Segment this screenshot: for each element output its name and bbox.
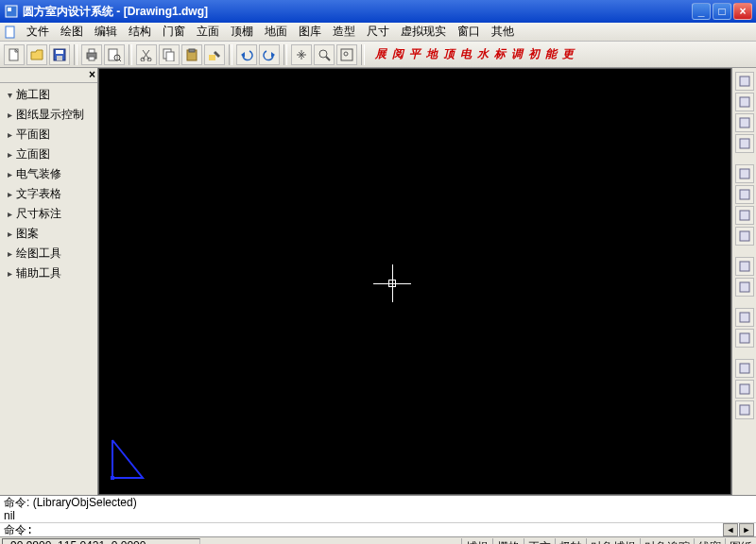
menu-dimension[interactable]: 尺寸 [361, 23, 395, 41]
red-tab-4[interactable]: 顶 [440, 46, 457, 62]
menu-floor[interactable]: 地面 [259, 23, 293, 41]
status-toggle-1[interactable]: 栅格 [492, 538, 524, 545]
pan-icon[interactable] [291, 44, 312, 65]
scroll-right-button[interactable]: ► [739, 523, 754, 536]
dim-aligned-icon[interactable] [735, 278, 754, 297]
menu-edit[interactable]: 编辑 [89, 23, 123, 41]
red-tab-9[interactable]: 初 [525, 46, 542, 62]
svg-point-30 [344, 52, 348, 56]
menu-draw[interactable]: 绘图 [55, 23, 89, 41]
save-file-icon[interactable] [49, 44, 70, 65]
menu-vr[interactable]: 虚拟现实 [395, 23, 452, 41]
drawing-canvas[interactable] [98, 68, 731, 495]
tree-item-1[interactable]: 图纸显示控制 [4, 105, 94, 125]
status-toggle-5[interactable]: 对象追踪 [640, 538, 694, 545]
copy-icon[interactable] [159, 44, 180, 65]
menu-library[interactable]: 图库 [293, 23, 327, 41]
titlebar: 圆方室内设计系统 - [Drawing1.dwg] _ □ × [0, 0, 756, 23]
zoom-previous-icon[interactable] [735, 329, 754, 348]
tree-item-8[interactable]: 绘图工具 [4, 244, 94, 264]
app-icon [4, 4, 19, 19]
menu-elevation[interactable]: 立面 [191, 23, 225, 41]
red-tab-6[interactable]: 水 [474, 46, 491, 62]
svg-rect-22 [189, 49, 195, 52]
paste-icon[interactable] [181, 44, 202, 65]
menu-structure[interactable]: 结构 [123, 23, 157, 41]
status-toggle-7[interactable]: 图纸 [725, 538, 756, 545]
tree-item-0[interactable]: 施工图 [4, 85, 94, 105]
command-input[interactable] [33, 523, 718, 536]
minimize-button[interactable]: _ [692, 3, 711, 20]
command-input-row: 命令: ◄ ► [0, 522, 756, 536]
tree-item-3[interactable]: 立面图 [4, 144, 94, 164]
svg-rect-38 [740, 211, 749, 220]
side-panel-close-icon[interactable]: × [89, 68, 95, 82]
scroll-left-button[interactable]: ◄ [723, 523, 738, 536]
redo-icon[interactable] [259, 44, 280, 65]
command-history: 命令: (LibraryObjSelected) nil [0, 496, 756, 522]
red-tab-5[interactable]: 电 [457, 46, 474, 62]
svg-rect-10 [89, 49, 94, 53]
pan-realtime-icon[interactable] [735, 308, 754, 327]
zoom-icon[interactable] [314, 44, 335, 65]
red-tab-7[interactable]: 标 [491, 46, 508, 62]
status-toggle-3[interactable]: 极轴 [555, 538, 586, 545]
status-toggle-4[interactable]: 对象捕捉 [586, 538, 640, 545]
menu-file[interactable]: 文件 [21, 23, 55, 41]
svg-rect-11 [89, 57, 94, 60]
menu-doorwindow[interactable]: 门窗 [157, 23, 191, 41]
zoom-extents-icon[interactable] [336, 44, 357, 65]
menu-window[interactable]: 窗口 [452, 23, 486, 41]
print-preview-icon[interactable] [104, 44, 125, 65]
color-icon[interactable] [735, 93, 754, 111]
svg-rect-34 [740, 118, 749, 128]
statusbar: 90.9800, 115.0421, 0.0000 捕捉栅格正交极轴对象捕捉对象… [0, 536, 756, 544]
undo-icon[interactable] [236, 44, 257, 65]
zoom-realtime-icon[interactable] [735, 227, 754, 246]
tree-item-6[interactable]: 尺寸标注 [4, 204, 94, 224]
tree-item-7[interactable]: 图案 [4, 224, 94, 244]
tree-item-9[interactable]: 辅助工具 [4, 264, 94, 283]
match-prop-icon[interactable] [204, 44, 225, 65]
svg-rect-42 [740, 313, 749, 322]
svg-rect-33 [740, 97, 749, 107]
menu-shape[interactable]: 造型 [327, 23, 361, 41]
red-tab-10[interactable]: 能 [542, 46, 559, 62]
menu-other[interactable]: 其他 [486, 23, 520, 41]
red-tab-1[interactable]: 阅 [389, 46, 406, 62]
status-toggle-6[interactable]: 线宽 [694, 538, 725, 545]
lineweight-icon[interactable] [735, 134, 754, 153]
print-icon[interactable] [81, 44, 102, 65]
red-tab-11[interactable]: 更 [559, 46, 576, 62]
tree-item-5[interactable]: 文字表格 [4, 184, 94, 204]
red-tab-0[interactable]: 展 [372, 46, 389, 62]
side-tree: 施工图图纸显示控制平面图立面图电气装修文字表格尺寸标注图案绘图工具辅助工具 [0, 83, 97, 285]
tree-item-4[interactable]: 电气装修 [4, 164, 94, 184]
zoom-in-icon[interactable] [735, 164, 754, 183]
red-tab-3[interactable]: 地 [423, 46, 440, 62]
cut-icon[interactable] [136, 44, 157, 65]
svg-rect-36 [740, 169, 749, 178]
svg-point-27 [319, 50, 327, 58]
close-button[interactable]: × [733, 3, 752, 20]
tree-item-2[interactable]: 平面图 [4, 125, 94, 144]
new-file-icon[interactable] [4, 44, 25, 65]
open-file-icon[interactable] [26, 44, 47, 65]
status-toggle-0[interactable]: 捕捉 [461, 538, 492, 545]
side-panel-header: × [0, 68, 97, 83]
red-tab-8[interactable]: 调 [508, 46, 525, 62]
menu-ceiling[interactable]: 顶棚 [225, 23, 259, 41]
maximize-button[interactable]: □ [713, 3, 731, 20]
linetype-icon[interactable] [735, 113, 754, 132]
dim-linear-icon[interactable] [735, 257, 754, 276]
status-toggle-2[interactable]: 正交 [524, 538, 555, 545]
layer-icon[interactable] [735, 72, 754, 91]
red-tab-2[interactable]: 平 [406, 46, 423, 62]
zoom-out-icon[interactable] [735, 185, 754, 204]
window-buttons: _ □ × [692, 3, 752, 20]
properties-icon[interactable] [735, 400, 754, 419]
match-icon[interactable] [735, 380, 754, 399]
arc-icon[interactable] [735, 359, 754, 378]
menubar: 文件 绘图 编辑 结构 门窗 立面 顶棚 地面 图库 造型 尺寸 虚拟现实 窗口… [0, 23, 756, 42]
zoom-window-icon[interactable] [735, 206, 754, 225]
